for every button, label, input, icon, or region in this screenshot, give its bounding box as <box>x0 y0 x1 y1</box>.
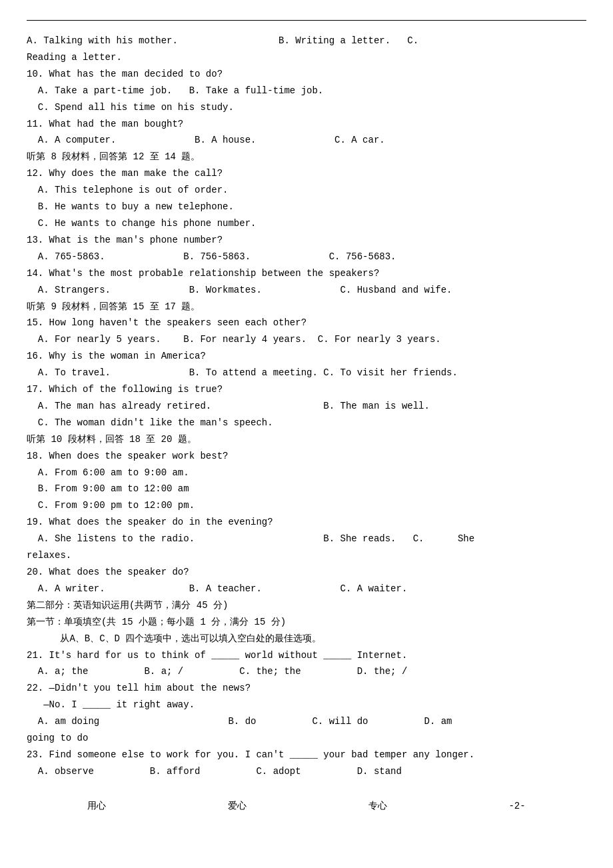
main-content: A. Talking with his mother. B. Writing a… <box>27 33 586 780</box>
footer-right: 专心 <box>368 800 387 812</box>
q23-text: 23. Find someone else to work for you. I… <box>27 747 586 763</box>
q18-a: A. From 6:00 am to 9:00 am. <box>27 465 586 481</box>
footer-center: 爱心 <box>228 800 247 812</box>
section10-title: 听第 10 段材料，回答 18 至 20 题。 <box>27 431 586 448</box>
q12-c: C. He wants to change his phone number. <box>27 215 586 232</box>
q21-options: A. a; the B. a; / C. the; the D. the; / <box>27 663 586 680</box>
q18-b: B. From 9:00 am to 12:00 am <box>27 481 586 497</box>
q13-options: A. 765-5863. B. 756-5863. C. 756-5683. <box>27 249 586 265</box>
footer-left: 用心 <box>87 800 106 812</box>
top-divider <box>27 20 586 21</box>
q19-a: A. She listens to the radio. B. She read… <box>27 531 586 547</box>
q22-options: A. am doing B. do C. will do D. am <box>27 713 586 730</box>
section2-instruction: 从A、B、C、D 四个选项中，选出可以填入空白处的最佳选项。 <box>27 631 586 647</box>
q9-options-line: A. Talking with his mother. B. Writing a… <box>27 33 586 49</box>
page-number: -2- <box>508 801 525 811</box>
q19-text: 19. What does the speaker do in the even… <box>27 514 586 531</box>
section2-title: 第二部分：英语知识运用(共两节，满分 45 分) <box>27 597 586 614</box>
q12-a: A. This telephone is out of order. <box>27 182 586 199</box>
section9-title: 听第 9 段材料，回答第 15 至 17 题。 <box>27 299 586 315</box>
q17-text: 17. Which of the following is true? <box>27 381 586 398</box>
q15-options: A. For nearly 5 years. B. For nearly 4 y… <box>27 331 586 348</box>
q9-reading-line: Reading a letter. <box>27 49 586 66</box>
q22-response: —No. I _____ it right away. <box>27 697 586 713</box>
q12-b: B. He wants to buy a new telephone. <box>27 199 586 215</box>
q22-text: 22. —Didn't you tell him about the news? <box>27 680 586 697</box>
q20-options: A. A writer. B. A teacher. C. A waiter. <box>27 581 586 597</box>
q12-text: 12. Why does the man make the call? <box>27 165 586 182</box>
q21-text: 21. It's hard for us to think of _____ w… <box>27 647 586 664</box>
q18-text: 18. When does the speaker work best? <box>27 448 586 465</box>
q22-going: going to do <box>27 730 586 747</box>
q11-text: 11. What had the man bought? <box>27 116 586 133</box>
q19-relaxes: relaxes. <box>27 547 586 564</box>
q18-c: C. From 9:00 pm to 12:00 pm. <box>27 497 586 514</box>
q15-text: 15. How long haven't the speakers seen e… <box>27 315 586 331</box>
q14-options: A. Strangers. B. Workmates. C. Husband a… <box>27 282 586 299</box>
section8-title: 听第 8 段材料，回答第 12 至 14 题。 <box>27 149 586 165</box>
q10-ab: A. Take a part-time job. B. Take a full-… <box>27 83 586 99</box>
q16-options: A. To travel. B. To attend a meeting. C.… <box>27 365 586 381</box>
q23-options: A. observe B. afford C. adopt D. stand <box>27 763 586 780</box>
q13-text: 13. What is the man's phone number? <box>27 232 586 249</box>
q17-c: C. The woman didn't like the man's speec… <box>27 415 586 431</box>
q10-text: 10. What has the man decided to do? <box>27 66 586 83</box>
section2-1-title: 第一节：单项填空(共 15 小题；每小题 1 分，满分 15 分) <box>27 614 586 631</box>
q11-options: A. A computer. B. A house. C. A car. <box>27 132 586 149</box>
q20-text: 20. What does the speaker do? <box>27 564 586 581</box>
q10-c: C. Spend all his time on his study. <box>27 99 586 116</box>
page-footer: 用心 爱心 专心 -2- <box>27 800 586 812</box>
q16-text: 16. Why is the woman in America? <box>27 348 586 365</box>
q14-text: 14. What's the most probable relationshi… <box>27 265 586 282</box>
q17-ab: A. The man has already retired. B. The m… <box>27 398 586 415</box>
